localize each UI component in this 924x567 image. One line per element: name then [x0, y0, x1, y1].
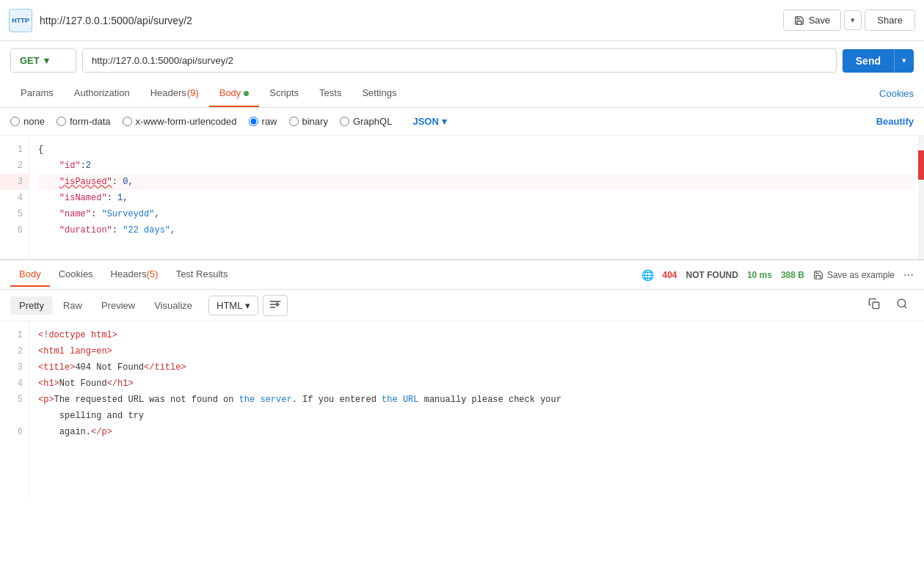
response-format-bar: Pretty Raw Preview Visualize HTML ▾ — [0, 290, 924, 321]
request-bar: GET ▾ Send ▾ — [0, 41, 924, 80]
response-tabs-bar: Body Cookies Headers(5) Test Results 🌐 4… — [0, 260, 924, 290]
option-none[interactable]: none — [10, 116, 45, 127]
response-editor: 1 2 3 4 5 6 <!doctype html> <html lang=e… — [0, 321, 924, 497]
option-form-data[interactable]: form-data — [57, 116, 111, 127]
tab-body[interactable]: Body — [209, 80, 260, 107]
format-type-select[interactable]: HTML ▾ — [208, 296, 258, 315]
save-example-icon — [813, 270, 823, 280]
cookies-link[interactable]: Cookies — [879, 88, 914, 99]
svg-line-5 — [904, 306, 906, 308]
save-icon — [794, 15, 804, 26]
option-urlencoded[interactable]: x-www-form-urlencoded — [123, 116, 237, 127]
method-select[interactable]: GET ▾ — [10, 48, 76, 73]
save-dropdown-button[interactable]: ▾ — [844, 10, 862, 30]
body-options: none form-data x-www-form-urlencoded raw… — [0, 108, 924, 136]
url-input[interactable] — [82, 48, 837, 73]
response-line-numbers: 1 2 3 4 5 6 — [0, 321, 29, 497]
save-button[interactable]: Save — [783, 10, 842, 31]
option-binary[interactable]: binary — [289, 116, 328, 127]
http-icon: HTTP — [9, 9, 32, 32]
request-tabs-bar: Params Authorization Headers(9) Body Scr… — [0, 80, 924, 108]
beautify-button[interactable]: Beautify — [876, 116, 914, 127]
response-tab-body[interactable]: Body — [10, 263, 50, 287]
tab-params[interactable]: Params — [10, 80, 64, 107]
top-bar: HTTP http://127.0.0.1:5000/api/survey/2 … — [0, 0, 924, 41]
globe-icon: 🌐 — [641, 269, 654, 281]
tab-scripts[interactable]: Scripts — [259, 80, 309, 107]
fmt-tab-preview[interactable]: Preview — [92, 296, 144, 315]
status-code: 404 — [663, 270, 677, 280]
response-code-content[interactable]: <!doctype html> <html lang=en> <title>40… — [29, 321, 924, 497]
response-tab-cookies[interactable]: Cookies — [50, 263, 102, 287]
option-graphql[interactable]: GraphQL — [340, 116, 392, 127]
tab-settings[interactable]: Settings — [352, 80, 407, 107]
send-button[interactable]: Send — [843, 49, 894, 73]
response-tab-test-results[interactable]: Test Results — [167, 263, 237, 287]
wrap-icon — [269, 299, 281, 310]
search-icon — [896, 298, 908, 310]
send-dropdown-button[interactable]: ▾ — [894, 49, 914, 73]
status-text: NOT FOUND — [686, 270, 738, 280]
response-size: 388 B — [781, 270, 804, 280]
json-dropdown-icon: ▾ — [442, 116, 447, 127]
fmt-tab-pretty[interactable]: Pretty — [10, 296, 53, 315]
request-code-content[interactable]: { "id":2 "isPaused": 0, "isNamed": 1, "n… — [29, 136, 924, 259]
save-as-example-button[interactable]: Save as example — [813, 270, 895, 280]
tab-authorization[interactable]: Authorization — [64, 80, 140, 107]
request-scrollbar[interactable] — [918, 136, 924, 259]
tab-headers[interactable]: Headers(9) — [140, 80, 209, 107]
top-actions: Save ▾ Share — [783, 10, 915, 31]
share-button[interactable]: Share — [865, 10, 915, 31]
request-code-editor: 1 2 3 4 5 6 { "id":2 "isPaused": 0, "isN… — [0, 136, 924, 260]
word-wrap-button[interactable] — [263, 295, 288, 316]
svg-rect-3 — [873, 302, 879, 309]
response-time: 10 ms — [747, 270, 772, 280]
option-raw[interactable]: raw — [249, 116, 277, 127]
more-options-button[interactable]: ⋯ — [903, 269, 914, 281]
request-line-numbers: 1 2 3 4 5 6 — [0, 136, 29, 259]
response-tab-headers[interactable]: Headers(5) — [102, 263, 167, 287]
svg-point-4 — [898, 299, 906, 307]
fmt-tab-visualize[interactable]: Visualize — [145, 296, 201, 315]
method-dropdown-icon: ▾ — [44, 55, 49, 66]
send-group: Send ▾ — [843, 49, 914, 73]
tab-tests[interactable]: Tests — [309, 80, 352, 107]
json-select[interactable]: JSON ▾ — [407, 114, 452, 129]
response-status: 🌐 404 NOT FOUND 10 ms 388 B Save as exam… — [641, 269, 914, 281]
copy-button[interactable] — [862, 294, 886, 316]
fmt-tab-raw[interactable]: Raw — [54, 296, 91, 315]
html-select-dropdown-icon: ▾ — [245, 300, 250, 311]
topbar-url: http://127.0.0.1:5000/api/survey/2 — [40, 15, 783, 26]
copy-icon — [868, 298, 880, 310]
search-button[interactable] — [890, 294, 914, 316]
